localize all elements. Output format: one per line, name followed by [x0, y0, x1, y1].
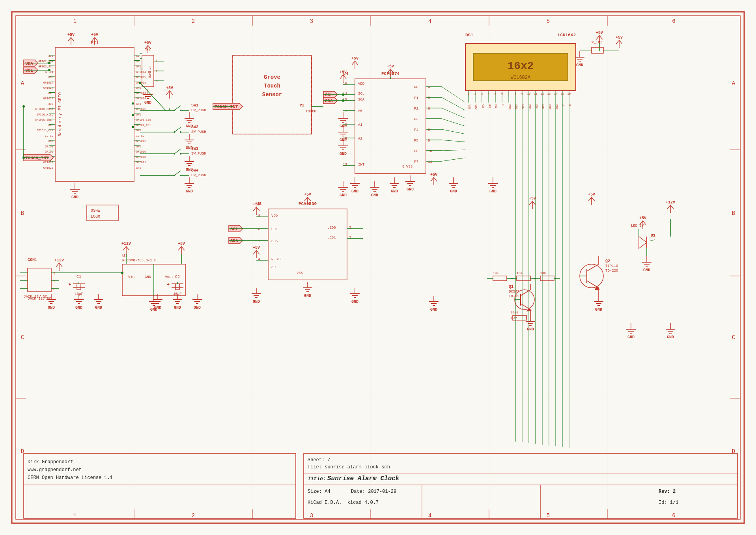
- schematic-canvas: [0, 0, 756, 535]
- schematic-container: [0, 0, 756, 535]
